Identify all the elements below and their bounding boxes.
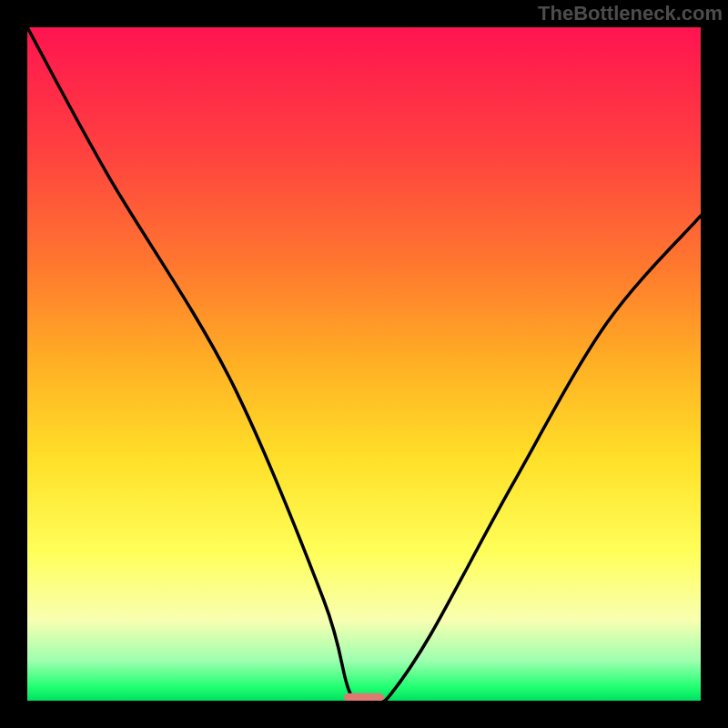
plot-area [27, 27, 701, 701]
watermark-text: TheBottleneck.com [538, 2, 723, 25]
curve-path [27, 27, 701, 701]
chart-svg [27, 27, 701, 701]
chart-frame: TheBottleneck.com [0, 0, 728, 728]
trough-marker [344, 693, 384, 701]
